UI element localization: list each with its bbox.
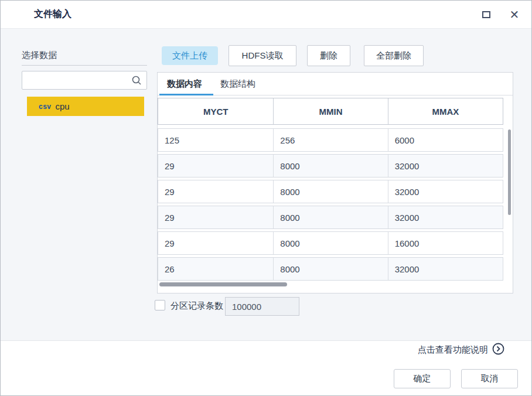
table-cell: 29 bbox=[158, 232, 274, 254]
close-button[interactable]: ✕ bbox=[506, 6, 523, 23]
table-cell: 32000 bbox=[388, 180, 503, 203]
table-cell: 26 bbox=[158, 258, 274, 280]
column-header: MMIN bbox=[274, 98, 388, 124]
partition-checkbox[interactable] bbox=[155, 300, 165, 310]
maximize-button[interactable] bbox=[478, 6, 495, 23]
table-row: 29 8000 32000 bbox=[158, 180, 503, 203]
search-icon[interactable] bbox=[131, 75, 142, 88]
vertical-scrollbar[interactable] bbox=[508, 129, 511, 215]
table-row: 125 256 6000 bbox=[158, 128, 503, 152]
table-cell: 29 bbox=[158, 155, 274, 177]
table-cell: 125 bbox=[158, 129, 274, 151]
dataset-search bbox=[22, 71, 147, 90]
csv-type-badge: csv bbox=[39, 103, 52, 111]
select-data-label: 选择数据 bbox=[22, 50, 147, 66]
tab-data-structure[interactable]: 数据结构 bbox=[220, 78, 255, 90]
close-icon: ✕ bbox=[510, 9, 520, 21]
table-cell: 8000 bbox=[274, 232, 388, 254]
table-cell: 8000 bbox=[274, 155, 388, 177]
table-row: 29 8000 16000 bbox=[158, 231, 503, 255]
titlebar: 文件输入 ✕ bbox=[1, 1, 531, 29]
column-header: MYCT bbox=[158, 98, 274, 124]
footer: 点击查看功能说明 确定 取消 bbox=[1, 340, 531, 396]
tab-data-content[interactable]: 数据内容 bbox=[167, 78, 202, 90]
table-cell: 16000 bbox=[388, 232, 503, 254]
hdfs-read-button[interactable]: HDFS读取 bbox=[229, 45, 296, 66]
circle-arrow-icon bbox=[492, 343, 504, 357]
cancel-button[interactable]: 取消 bbox=[461, 369, 518, 388]
ok-button[interactable]: 确定 bbox=[394, 369, 451, 388]
partition-label: 分区记录条数 bbox=[170, 301, 223, 312]
panel-tabs: 数据内容 数据结构 bbox=[158, 73, 513, 95]
help-link[interactable]: 点击查看功能说明 bbox=[418, 343, 504, 357]
table-header-row: MYCT MMIN MMAX bbox=[158, 98, 503, 125]
column-header: MMAX bbox=[388, 98, 503, 124]
table-cell: 6000 bbox=[388, 129, 503, 151]
horizontal-scrollbar[interactable] bbox=[159, 282, 287, 286]
active-tab-indicator bbox=[159, 94, 213, 95]
help-link-label: 点击查看功能说明 bbox=[418, 344, 488, 356]
file-upload-button[interactable]: 文件上传 bbox=[162, 46, 218, 65]
table-cell: 8000 bbox=[274, 206, 388, 228]
table-cell: 256 bbox=[274, 129, 388, 151]
partition-count-input[interactable] bbox=[225, 297, 299, 316]
maximize-icon bbox=[482, 11, 490, 18]
table-cell: 8000 bbox=[274, 258, 388, 280]
table-cell: 29 bbox=[158, 180, 274, 203]
data-panel: 数据内容 数据结构 MYCT MMIN MMAX 125 256 6000 29… bbox=[157, 72, 513, 293]
table-cell: 29 bbox=[158, 206, 274, 228]
delete-button[interactable]: 删除 bbox=[307, 45, 350, 66]
table-row: 29 8000 32000 bbox=[158, 206, 503, 229]
dataset-name: cpu bbox=[56, 101, 70, 111]
table-body: 125 256 6000 29 8000 32000 29 8000 32000… bbox=[158, 128, 503, 283]
dataset-item-cpu[interactable]: csv cpu bbox=[27, 97, 144, 116]
table-row: 26 8000 32000 bbox=[158, 257, 503, 281]
dialog-title: 文件输入 bbox=[34, 8, 71, 21]
table-cell: 8000 bbox=[274, 180, 388, 203]
file-input-dialog: 文件输入 ✕ 选择数据 csv cpu 文件上传 HDFS读取 删除 全部删除 … bbox=[0, 0, 532, 396]
table-row: 29 8000 32000 bbox=[158, 154, 503, 177]
table-cell: 32000 bbox=[388, 155, 503, 177]
table-cell: 32000 bbox=[388, 258, 503, 280]
delete-all-button[interactable]: 全部删除 bbox=[364, 45, 424, 66]
table-cell: 32000 bbox=[388, 206, 503, 228]
search-input[interactable] bbox=[22, 71, 128, 89]
